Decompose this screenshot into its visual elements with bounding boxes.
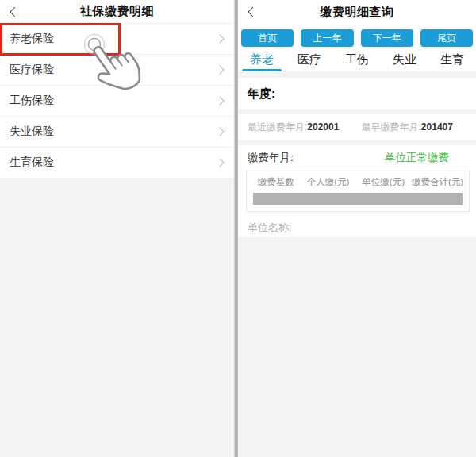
col-header-employer: 单位缴(元) [355,176,411,188]
pay-month-row: 缴费年月: 单位正常缴费 [238,145,476,171]
chevron-right-icon [215,127,224,136]
next-year-button[interactable]: 下一年 [361,29,413,47]
year-label-row: 年度: [238,78,476,109]
list-item-pension[interactable]: 养老保险 [0,24,234,55]
recent-payment-label: 最近缴费年月: [248,121,307,132]
year-label: 年度: [248,86,275,100]
prev-year-button[interactable]: 上一年 [301,29,353,47]
list-item-unemployment[interactable]: 失业保险 [0,117,234,148]
list-item-label: 工伤保险 [10,94,54,108]
chevron-right-icon [215,34,224,43]
right-header: 缴费明细查询 [238,0,476,24]
chevron-left-icon [248,7,258,17]
chevron-right-icon [215,65,224,74]
section-gap [238,71,476,78]
chevron-right-icon [215,158,224,167]
status-badge: 单位正常缴费 [385,151,449,165]
earliest-payment-month: 最早缴费年月:201407 [362,121,466,134]
last-page-button[interactable]: 尾页 [420,29,473,47]
tab-medical[interactable]: 医疗 [286,51,333,71]
screenshot-stage: 社保缴费明细 养老保险 医疗保险 工伤保险 失业保险 生育保险 [0,0,476,457]
col-header-total: 缴费合计(元) [411,176,464,188]
recent-payment-month: 最近缴费年月:202001 [248,121,362,134]
tab-injury[interactable]: 工伤 [333,51,381,71]
pay-month-label: 缴费年月: [248,151,294,165]
col-header-base: 缴费基数 [251,176,301,188]
list-item-medical[interactable]: 医疗保险 [0,55,234,86]
chevron-right-icon [215,96,224,105]
list-item-label: 养老保险 [10,32,54,46]
left-background-fill [0,179,234,457]
back-button[interactable] [246,0,265,24]
col-header-personal: 个人缴(元) [301,176,356,188]
list-item-injury[interactable]: 工伤保险 [0,86,234,117]
list-item-maternity[interactable]: 生育保险 [0,148,234,179]
company-name-row: 单位名称: [238,217,476,237]
tab-pension[interactable]: 养老 [238,51,286,71]
tab-unemployment[interactable]: 失业 [381,51,428,71]
list-item-label: 失业保险 [10,125,54,139]
list-item-label: 生育保险 [10,156,54,170]
left-header: 社保缴费明细 [0,0,234,24]
page-title: 社保缴费明细 [80,4,154,19]
back-button[interactable] [8,0,27,24]
tab-maternity[interactable]: 生育 [428,51,476,71]
page-title: 缴费明细查询 [321,5,394,20]
first-page-button[interactable]: 首页 [241,29,294,47]
list-item-label: 医疗保险 [10,63,54,77]
earliest-payment-label: 最早缴费年月: [362,121,421,132]
payment-table-header: 缴费基数 个人缴(元) 单位缴(元) 缴费合计(元) [247,171,469,193]
screen-insurance-list: 社保缴费明细 养老保险 医疗保险 工伤保险 失业保险 生育保险 [0,0,234,457]
pagination-button-row: 首页 上一年 下一年 尾页 [238,24,476,51]
right-background-fill [238,237,476,457]
payment-table: 缴费基数 个人缴(元) 单位缴(元) 缴费合计(元) [246,171,470,212]
chevron-left-icon [10,7,20,17]
payment-dates-row: 最近缴费年月:202001 最早缴费年月:201407 [238,114,476,140]
screen-payment-detail-query: 缴费明细查询 首页 上一年 下一年 尾页 养老 医疗 工伤 失业 生育 年度: … [238,0,476,457]
insurance-tabs: 养老 医疗 工伤 失业 生育 [238,51,476,71]
recent-payment-value: 202001 [307,121,339,132]
redacted-data-row [253,193,463,205]
company-name-label: 单位名称: [248,221,292,233]
earliest-payment-value: 201407 [421,121,453,132]
